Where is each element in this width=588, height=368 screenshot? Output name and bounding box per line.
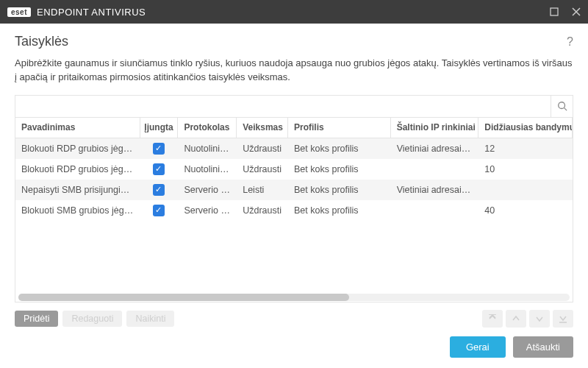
cell-name: Blokuoti RDP grubios jėgos ...	[15, 144, 140, 154]
table-row[interactable]: Blokuoti RDP grubios jėgos ...✓Nuotolini…	[15, 138, 573, 159]
cell-protocol: Serverio pr...	[178, 185, 237, 195]
content: Taisyklės ? Apibrėžkite gaunamus ir siun…	[0, 24, 588, 368]
col-enabled[interactable]: Įjungta	[140, 118, 179, 138]
toolbar: Pridėti Redaguoti Naikinti	[15, 310, 573, 328]
col-max[interactable]: Didžiausias bandymų skaičius	[478, 118, 573, 138]
checkbox-checked-icon[interactable]: ✓	[153, 143, 165, 155]
col-name[interactable]: Pavadinimas	[15, 118, 140, 138]
table-body: Blokuoti RDP grubios jėgos ...✓Nuotolini…	[15, 138, 573, 241]
search-row	[15, 96, 573, 118]
cell-profile: Bet koks profilis	[288, 144, 391, 154]
table-row[interactable]: Nepaisyti SMB prisijungimo ...✓Serverio …	[15, 180, 573, 200]
checkbox-checked-icon[interactable]: ✓	[153, 163, 165, 175]
cell-name: Blokuoti RDP grubios jėgos ...	[15, 164, 140, 174]
page-header: Taisyklės ?	[15, 34, 573, 49]
cell-max: 12	[478, 144, 573, 154]
delete-button: Naikinti	[126, 311, 174, 327]
cell-protocol: Nuotolinio...	[178, 164, 237, 174]
cell-enabled[interactable]: ✓	[140, 143, 179, 155]
svg-line-2	[564, 108, 567, 111]
footer-buttons: Gerai Atšaukti	[450, 336, 573, 358]
cell-enabled[interactable]: ✓	[140, 163, 179, 175]
cell-action: Uždrausti	[237, 205, 288, 216]
cell-action: Leisti	[237, 185, 288, 195]
close-icon[interactable]	[572, 7, 581, 16]
col-protocol[interactable]: Protokolas	[178, 118, 237, 138]
col-srcip[interactable]: Šaltinio IP rinkiniai	[391, 118, 479, 138]
cell-profile: Bet koks profilis	[288, 164, 391, 174]
brand-logo: eset	[7, 7, 31, 17]
cell-enabled[interactable]: ✓	[140, 184, 179, 196]
add-button[interactable]: Pridėti	[15, 311, 58, 327]
cell-action: Uždrausti	[237, 144, 288, 154]
page-title: Taisyklės	[15, 34, 68, 49]
cancel-button[interactable]: Atšaukti	[513, 336, 573, 358]
page-description: Apibrėžkite gaunamus ir siunčiamus tinkl…	[15, 57, 573, 85]
cell-protocol: Nuotolinio...	[178, 144, 237, 154]
cell-name: Blokuoti SMB grubios jėgos ...	[15, 205, 140, 216]
checkbox-checked-icon[interactable]: ✓	[153, 205, 165, 216]
table-filler	[15, 241, 573, 293]
window-controls	[550, 7, 581, 16]
cell-profile: Bet koks profilis	[288, 185, 391, 195]
rules-table: Pavadinimas Įjungta Protokolas Veiksmas …	[15, 95, 573, 302]
cell-enabled[interactable]: ✓	[140, 205, 179, 216]
svg-rect-0	[551, 8, 558, 15]
cell-name: Nepaisyti SMB prisijungimo ...	[15, 185, 140, 195]
table-row[interactable]: Blokuoti RDP grubios jėgos ...✓Nuotolini…	[15, 159, 573, 180]
checkbox-checked-icon[interactable]: ✓	[153, 184, 165, 196]
help-icon[interactable]: ?	[567, 35, 573, 49]
svg-point-1	[558, 102, 564, 109]
move-bottom-icon	[553, 310, 573, 328]
col-profile[interactable]: Profilis	[288, 118, 391, 138]
horizontal-scrollbar[interactable]	[15, 293, 573, 302]
cell-action: Uždrausti	[237, 164, 288, 174]
brand-name: ENDPOINT ANTIVIRUS	[37, 7, 146, 18]
edit-button: Redaguoti	[62, 311, 122, 327]
cell-protocol: Serverio pr...	[178, 205, 237, 216]
table-row[interactable]: Blokuoti SMB grubios jėgos ...✓Serverio …	[15, 200, 573, 221]
minimize-icon[interactable]	[550, 7, 559, 16]
search-input[interactable]	[15, 96, 551, 117]
move-down-icon	[529, 310, 550, 328]
cell-profile: Bet koks profilis	[288, 205, 391, 216]
search-icon[interactable]	[551, 96, 573, 117]
cell-srcip: Vietiniai adresai, ...	[391, 144, 479, 154]
col-action[interactable]: Veiksmas	[237, 118, 288, 138]
ok-button[interactable]: Gerai	[450, 336, 506, 358]
move-top-icon	[482, 310, 503, 328]
cell-max: 10	[478, 164, 573, 174]
titlebar: eset ENDPOINT ANTIVIRUS	[0, 0, 588, 24]
cell-srcip: Vietiniai adresai, ...	[391, 185, 479, 195]
move-buttons	[482, 310, 573, 328]
table-header: Pavadinimas Įjungta Protokolas Veiksmas …	[15, 118, 573, 138]
cell-max: 40	[478, 205, 573, 216]
move-up-icon	[506, 310, 526, 328]
